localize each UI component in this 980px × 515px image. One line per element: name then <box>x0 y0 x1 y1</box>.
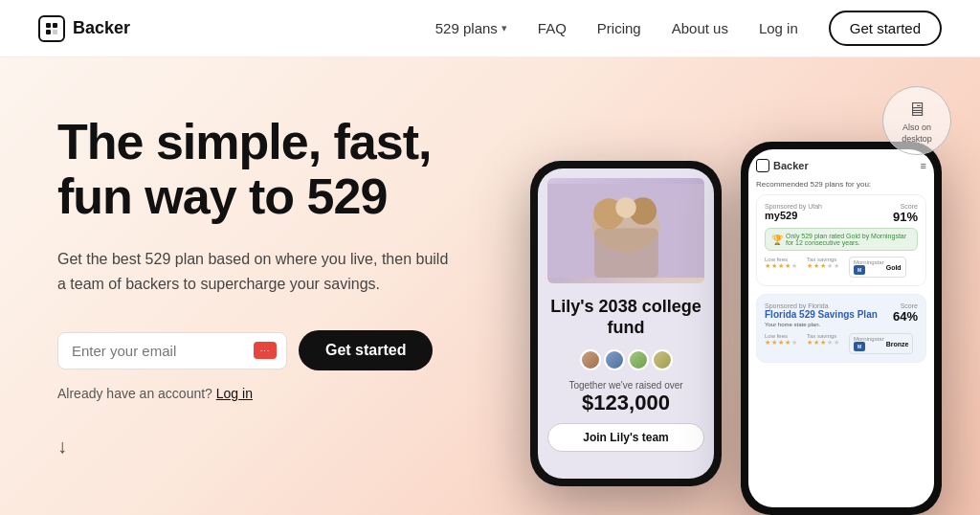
plan-1-badge: 🏆 Only 529 plan rated Gold by Morningsta… <box>765 228 918 251</box>
plan-1-fee-stars: ★★★★★ <box>765 262 797 270</box>
plan-2-stats: Low fees ★★★★★ Tax savings ★★★★★ <box>765 333 918 354</box>
plan-1-score: Score 91% <box>893 203 918 224</box>
logo-icon <box>38 15 65 42</box>
nav-links: 529 plans ▾ FAQ Pricing About us Log in … <box>435 11 942 46</box>
chevron-down-icon: ▾ <box>501 22 507 34</box>
hero-login-link[interactable]: Log in <box>216 386 253 401</box>
svg-rect-3 <box>53 30 57 34</box>
nav-login[interactable]: Log in <box>759 20 798 36</box>
plan-card-1: Sponsored by Utah my529 Score 91% 🏆 Only… <box>756 194 926 286</box>
hero-title: The simple, fast, fun way to 529 <box>57 115 459 224</box>
phone-2-logo-icon <box>756 159 769 172</box>
plan-2-info: Sponsored by Florida Florida 529 Savings… <box>765 302 878 327</box>
phone-1-raised-label: Together we've raised over <box>568 380 682 391</box>
phone-1-raised-amount: $123,000 <box>582 391 670 415</box>
hero-subtitle: Get the best 529 plan based on where you… <box>57 247 459 296</box>
phone-1-avatars <box>580 349 673 370</box>
nav-529-plans[interactable]: 529 plans ▾ <box>435 20 507 36</box>
morningstar-badge-2: Morningstar M Bronze <box>849 333 913 354</box>
phone-2-header: Backer ≡ <box>756 159 926 172</box>
phone-2-rec-label: Recommended 529 plans for you: <box>756 180 926 189</box>
svg-rect-9 <box>594 228 658 278</box>
svg-rect-0 <box>46 23 51 28</box>
morningstar-badge-1: Morningstar M Gold <box>849 257 906 278</box>
plan-2-header: Sponsored by Florida Florida 529 Savings… <box>765 302 918 327</box>
hero-get-started-button[interactable]: Get started <box>299 330 433 370</box>
hero-login-prompt: Already have an account? Log in <box>57 386 459 401</box>
phones-container: Lily's 2038 college fund Together we've … <box>530 142 942 515</box>
trophy-icon: 🏆 <box>771 235 783 245</box>
phone-1-photo <box>547 178 704 283</box>
svg-point-8 <box>615 197 635 217</box>
phone-1-join-button[interactable]: Join Lily's team <box>547 423 704 452</box>
nav-pricing[interactable]: Pricing <box>597 20 641 36</box>
logo[interactable]: Backer <box>38 15 130 42</box>
plan-1-stats: Low fees ★★★★★ Tax savings ★★★★★ <box>765 257 918 278</box>
hero-content: The simple, fast, fun way to 529 Get the… <box>0 77 517 497</box>
nav-faq[interactable]: FAQ <box>538 20 567 36</box>
desktop-icon: 🖥 <box>907 99 926 121</box>
avatar <box>604 349 625 370</box>
phone-1-fund-title: Lily's 2038 college fund <box>547 297 704 338</box>
plan-card-2: Sponsored by Florida Florida 529 Savings… <box>756 294 926 363</box>
email-dots-icon: ··· <box>254 342 277 359</box>
hero-section: The simple, fast, fun way to 529 Get the… <box>0 57 980 515</box>
navbar: Backer 529 plans ▾ FAQ Pricing About us … <box>0 0 980 57</box>
nav-get-started-button[interactable]: Get started <box>829 11 942 46</box>
plan-2-fee-stars: ★★★★★ <box>765 339 797 347</box>
plan-1-fees: Low fees ★★★★★ <box>765 257 797 278</box>
svg-rect-1 <box>53 23 57 28</box>
hero-form: ··· Get started <box>57 330 459 370</box>
plan-2-fees: Low fees ★★★★★ <box>765 333 797 354</box>
plan-1-info: Sponsored by Utah my529 <box>765 203 822 221</box>
avatar <box>628 349 649 370</box>
avatar <box>580 349 601 370</box>
plan-1-tax-stars: ★★★★★ <box>807 262 839 270</box>
morningstar-icon: M <box>854 265 865 275</box>
plan-2-score: Score 64% <box>893 302 918 324</box>
phone-2: Backer ≡ Recommended 529 plans for you: … <box>741 142 942 515</box>
plan-1-header: Sponsored by Utah my529 Score 91% <box>765 203 918 224</box>
scroll-down-arrow: ↓ <box>57 436 67 458</box>
phone-1-screen: Lily's 2038 college fund Together we've … <box>538 168 714 479</box>
phone-2-screen: Backer ≡ Recommended 529 plans for you: … <box>748 149 934 507</box>
plan-1-tax: Tax savings ★★★★★ <box>807 257 839 278</box>
photo-image <box>547 178 704 283</box>
svg-rect-2 <box>46 30 51 34</box>
nav-about[interactable]: About us <box>672 20 728 36</box>
avatar <box>652 349 673 370</box>
desktop-badge: 🖥 Also on desktop <box>882 86 951 155</box>
email-input-wrapper[interactable]: ··· <box>57 332 287 369</box>
phone-1: Lily's 2038 college fund Together we've … <box>530 161 722 486</box>
morningstar-icon-2: M <box>854 342 865 351</box>
logo-text: Backer <box>73 18 130 38</box>
email-input[interactable] <box>72 343 273 359</box>
phone-2-menu-icon: ≡ <box>921 160 926 171</box>
plan-2-tax: Tax savings ★★★★★ <box>807 333 839 354</box>
phone-2-logo: Backer <box>756 159 809 172</box>
plan-2-tax-stars: ★★★★★ <box>807 339 839 347</box>
